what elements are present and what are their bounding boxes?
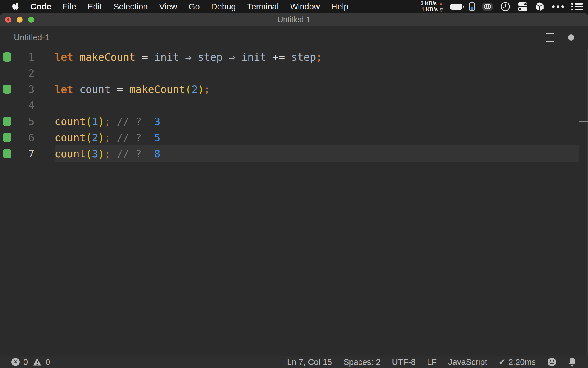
- gutter-cell: [0, 117, 11, 126]
- menu-bar: Code FileEditSelectionViewGoDebugTermina…: [0, 0, 588, 13]
- encoding-setting[interactable]: UTF-8: [392, 357, 415, 367]
- apple-menu[interactable]: [12, 3, 19, 11]
- menu-item-view[interactable]: View: [159, 2, 177, 12]
- cube-icon[interactable]: [535, 2, 545, 12]
- code-content[interactable]: count(3); // ? 8: [55, 145, 579, 162]
- menu-item-selection[interactable]: Selection: [113, 2, 148, 12]
- eol-setting[interactable]: LF: [427, 357, 437, 367]
- token-space: [129, 116, 136, 127]
- token-space: [192, 51, 198, 63]
- token-space: [235, 51, 241, 63]
- split-editor-icon[interactable]: [546, 33, 554, 42]
- toggles-icon[interactable]: [518, 2, 527, 11]
- token-fn: makeCount: [129, 83, 185, 95]
- line-number[interactable]: 4: [11, 99, 34, 111]
- window-title: Untitled-1: [277, 15, 311, 24]
- zoom-button[interactable]: [28, 17, 34, 23]
- code-line[interactable]: 7count(3); // ? 8: [0, 145, 588, 162]
- token-paren: (: [86, 132, 92, 143]
- coverage-square-icon: [3, 85, 11, 94]
- token-semi: ;: [204, 83, 210, 95]
- check-icon: ✔: [499, 357, 506, 367]
- code-editor[interactable]: 1let makeCount = init ⇒ step ⇒ init += s…: [0, 49, 588, 356]
- token-space: [285, 51, 291, 63]
- tab-untitled-1[interactable]: Untitled-1: [14, 33, 49, 42]
- code-content[interactable]: let count = makeCount(2);: [55, 81, 579, 97]
- menu-app-name[interactable]: Code: [30, 2, 51, 12]
- feedback-smiley-icon[interactable]: [547, 357, 556, 367]
- token-id: ⇒: [185, 51, 192, 63]
- device-battery-icon[interactable]: [469, 2, 475, 11]
- menu-item-help[interactable]: Help: [331, 2, 349, 12]
- token-space: [266, 51, 272, 63]
- code-line[interactable]: 1let makeCount = init ⇒ step ⇒ init += s…: [0, 49, 588, 65]
- ellipsis-icon[interactable]: [552, 5, 564, 8]
- menu-item-file[interactable]: File: [63, 2, 76, 12]
- menu-item-terminal[interactable]: Terminal: [247, 2, 279, 12]
- token-cmt: //: [117, 148, 129, 160]
- token-semi: ;: [104, 132, 111, 143]
- token-kw: let: [55, 83, 73, 95]
- line-number[interactable]: 3: [11, 83, 34, 95]
- menu-item-window[interactable]: Window: [290, 2, 320, 12]
- scrollbar-track[interactable]: [587, 49, 588, 356]
- line-number[interactable]: 6: [11, 132, 34, 143]
- gutter-cell: [0, 85, 11, 94]
- token-num: 2: [92, 132, 98, 143]
- gutter-cell: [0, 149, 11, 158]
- indentation-setting[interactable]: Spaces: 2: [343, 357, 380, 367]
- menu-item-debug[interactable]: Debug: [211, 2, 236, 12]
- run-time-indicator[interactable]: ✔ 2.20ms: [499, 357, 536, 367]
- code-line[interactable]: 2: [0, 65, 588, 81]
- line-number[interactable]: 5: [11, 116, 34, 127]
- token-fn: makeCount: [80, 51, 136, 63]
- notifications-bell-icon[interactable]: [568, 357, 577, 367]
- code-line[interactable]: 5count(1); // ? 3: [0, 113, 588, 129]
- coverage-square-icon: [3, 149, 11, 158]
- code-content[interactable]: count(1); // ? 3: [55, 113, 579, 129]
- line-number[interactable]: 1: [11, 51, 34, 63]
- cursor-position[interactable]: Ln 7, Col 15: [287, 357, 332, 367]
- line-number[interactable]: 2: [11, 67, 34, 79]
- editor-header: Untitled-1: [0, 26, 588, 49]
- dirty-indicator-icon[interactable]: [568, 34, 574, 41]
- overview-ruler-cursor-marker: [579, 121, 588, 122]
- battery-icon[interactable]: [450, 4, 462, 10]
- code-line[interactable]: 4: [0, 97, 588, 113]
- token-cmt: //: [117, 132, 129, 143]
- status-bar: ✕ 0 0 Ln 7, Col 15 Spaces: 2 UTF-8 LF Ja…: [0, 356, 588, 368]
- token-space: [111, 132, 117, 143]
- token-space: [73, 83, 80, 95]
- token-space: [179, 51, 185, 63]
- run-time-value: 2.20ms: [508, 357, 536, 367]
- code-line[interactable]: 6count(2); // ? 5: [0, 129, 588, 145]
- line-number[interactable]: 7: [11, 148, 34, 160]
- token-space: [148, 51, 154, 63]
- error-icon: ✕: [11, 358, 20, 366]
- network-speed-indicator[interactable]: 3 KB/s ▲ 1 KB/s ▽: [421, 1, 443, 12]
- coverage-square-icon: [3, 52, 11, 62]
- code-content[interactable]: count(2); // ? 5: [55, 129, 579, 145]
- minimize-button[interactable]: [17, 17, 23, 23]
- list-icon[interactable]: [571, 2, 583, 11]
- menu-item-edit[interactable]: Edit: [88, 2, 102, 12]
- unsaved-dot-icon: [7, 18, 9, 21]
- menubar-status-area: 3 KB/s ▲ 1 KB/s ▽: [421, 1, 583, 12]
- token-id: step: [198, 51, 223, 63]
- problems-indicator[interactable]: ✕ 0 0: [11, 357, 50, 367]
- code-content[interactable]: [55, 97, 579, 113]
- token-paren: ): [98, 116, 105, 127]
- close-button[interactable]: [5, 17, 11, 23]
- token-paren: (: [86, 116, 92, 127]
- clock-icon[interactable]: [500, 2, 510, 12]
- code-content[interactable]: let makeCount = init ⇒ step ⇒ init += st…: [55, 49, 579, 65]
- token-id: step: [291, 51, 316, 63]
- language-mode[interactable]: JavaScript: [448, 357, 487, 367]
- token-id: ⇒: [229, 51, 235, 63]
- token-num: 1: [92, 116, 98, 127]
- rings-icon[interactable]: [482, 2, 493, 11]
- menu-item-go[interactable]: Go: [189, 2, 200, 12]
- window-title-bar[interactable]: Untitled-1: [0, 13, 588, 26]
- code-content[interactable]: [55, 65, 579, 81]
- code-line[interactable]: 3let count = makeCount(2);: [0, 81, 588, 97]
